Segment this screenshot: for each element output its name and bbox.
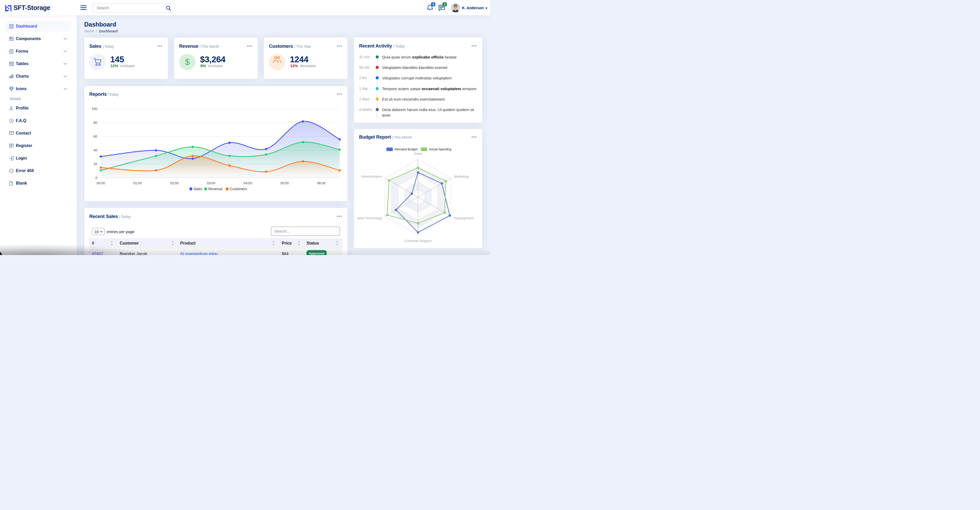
svg-text:01:00: 01:00 [134, 181, 142, 185]
svg-text:Marketing: Marketing [454, 175, 469, 178]
svg-text:Sales: Sales [414, 151, 422, 155]
svg-text:02:00: 02:00 [170, 181, 179, 185]
svg-text:03:00: 03:00 [207, 181, 215, 185]
svg-text:00:00: 00:00 [97, 181, 105, 185]
svg-text:Customer Support: Customer Support [404, 239, 431, 243]
svg-text:?: ? [11, 120, 12, 122]
svg-text:04:00: 04:00 [244, 181, 252, 185]
svg-text:05:00: 05:00 [280, 181, 289, 185]
svg-text:Actual Spending: Actual Spending [429, 148, 451, 151]
svg-text:ation Technology: ation Technology [357, 216, 382, 220]
svg-text:100: 100 [92, 107, 97, 111]
svg-text:Development: Development [454, 216, 474, 220]
svg-text:Administration: Administration [361, 175, 382, 178]
svg-text:40: 40 [94, 148, 97, 152]
svg-text:60: 60 [94, 134, 97, 139]
svg-text:Revenue: Revenue [208, 187, 223, 191]
svg-text:Customers: Customers [230, 187, 247, 191]
svg-text:80: 80 [94, 121, 97, 124]
svg-text:Allocated Budget: Allocated Budget [394, 148, 417, 151]
svg-text:20: 20 [94, 162, 97, 166]
svg-text:0: 0 [95, 176, 97, 180]
svg-text:06:00: 06:00 [317, 181, 326, 185]
svg-text:Sales: Sales [193, 187, 202, 191]
